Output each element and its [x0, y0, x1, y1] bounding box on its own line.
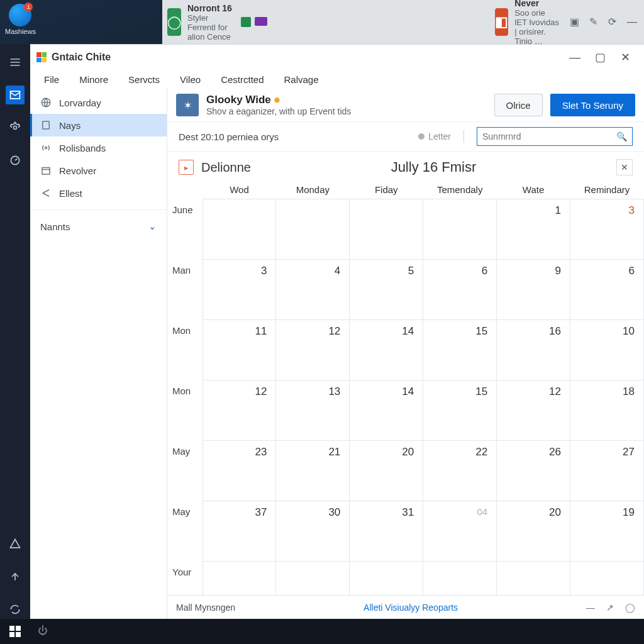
os-titlebar: ◯ Norront 16 Styler Ferrentl for alion C…: [162, 0, 644, 44]
calendar-cell[interactable]: 04: [423, 501, 497, 562]
window-close-button[interactable]: ✕: [613, 50, 638, 64]
dashboard-icon[interactable]: [6, 151, 25, 170]
row-header: June: [167, 199, 203, 260]
calendar-cell[interactable]: 6: [570, 260, 644, 320]
status-user-icon[interactable]: ◯: [625, 602, 635, 613]
ribbon-title: Glooky Wide: [206, 94, 271, 106]
calendar-cell[interactable]: 27: [570, 441, 644, 501]
calendar-cell[interactable]: 15: [423, 320, 497, 380]
menu-cestrctted[interactable]: Cestrctted: [212, 72, 272, 87]
calendar-cell[interactable]: [350, 199, 423, 260]
calendar-cell[interactable]: 5: [350, 260, 423, 320]
menu-servcts[interactable]: Servcts: [119, 72, 169, 87]
calendar-cell[interactable]: 1: [497, 199, 570, 260]
mail-icon[interactable]: [6, 86, 25, 104]
statusbar: Mall Mynsngen Alleti Visiualyy Reoparts …: [167, 595, 644, 619]
menu-ralvage[interactable]: Ralvage: [275, 72, 328, 87]
sidebar-item-revolver[interactable]: Revolver: [30, 159, 167, 182]
calendar-cell[interactable]: 26: [497, 441, 570, 501]
calendar-cell[interactable]: [203, 562, 276, 596]
menu-vileo[interactable]: Vileo: [171, 72, 209, 87]
titlebar-app-2[interactable]: ◧ Never Soo orie lET Ivovidas | orisirer…: [495, 0, 559, 46]
col-header: Fiday: [350, 180, 423, 199]
calendar-cell[interactable]: [350, 562, 423, 596]
calendar-cell[interactable]: 22: [423, 441, 497, 501]
svg-rect-5: [42, 168, 50, 175]
month-title: Jully 16 Fmisr: [258, 159, 609, 175]
calendar-cell[interactable]: 21: [276, 441, 350, 501]
refresh-icon[interactable]: ⟳: [604, 16, 619, 28]
search-input[interactable]: 🔍: [477, 127, 633, 146]
chevron-down-icon: ⌄: [148, 221, 157, 232]
calendar-cell[interactable]: 12: [276, 320, 350, 380]
col-header: Wate: [497, 180, 570, 199]
calendar-cell[interactable]: 12: [497, 380, 570, 441]
app-badge-icon: [255, 17, 267, 26]
power-icon[interactable]: ⏻: [38, 625, 50, 638]
sidebar-item-ellest[interactable]: Ellest: [30, 182, 167, 204]
calendar-cell[interactable]: 12: [203, 380, 276, 441]
sidebar-item-nays[interactable]: Nays: [30, 114, 167, 136]
calendar-cell[interactable]: 37: [203, 501, 276, 562]
calendar-cell[interactable]: 10: [570, 320, 644, 380]
calendar-cell[interactable]: 19: [570, 501, 644, 562]
menu-file[interactable]: File: [35, 72, 68, 87]
upload-icon[interactable]: [6, 567, 25, 586]
calendar-cell[interactable]: [276, 562, 350, 596]
calendar-cell[interactable]: 4: [276, 260, 350, 320]
menu-icon[interactable]: [6, 53, 25, 72]
window-minimize-button[interactable]: —: [562, 51, 587, 64]
os-minimize-button[interactable]: —: [627, 18, 636, 26]
calendar-cell[interactable]: 31: [350, 501, 423, 562]
status-left: Mall Mynsngen: [176, 602, 235, 613]
sidebar-section-nannts[interactable]: Nannts ⌄: [30, 215, 167, 238]
calendar-cell[interactable]: 20: [497, 501, 570, 562]
window-maximize-button[interactable]: ▢: [587, 50, 613, 64]
calendar-cell[interactable]: [203, 199, 276, 260]
calendar-cell[interactable]: 30: [276, 501, 350, 562]
calendar-cell[interactable]: 15: [423, 380, 497, 441]
calendar-cell[interactable]: 14: [350, 320, 423, 380]
calendar-cell[interactable]: 3: [570, 199, 644, 260]
calendar-cell[interactable]: [276, 199, 350, 260]
calendar-header: ▸ Delionne Jully 16 Fmisr ✕: [167, 152, 644, 180]
menu-minore[interactable]: Minore: [70, 72, 117, 87]
status-link[interactable]: Alleti Visiualyy Reoparts: [247, 602, 575, 613]
status-share-icon[interactable]: ↗: [606, 602, 614, 613]
olrice-button[interactable]: Olrice: [494, 94, 543, 116]
sidebar-item-lorvarday[interactable]: Lorvarday: [30, 91, 167, 114]
edit-icon[interactable]: ✎: [586, 16, 601, 28]
calendar-cell[interactable]: 6: [423, 260, 497, 320]
calendar-cell[interactable]: 3: [203, 260, 276, 320]
calendar-cell[interactable]: 14: [350, 380, 423, 441]
sidebar: Lorvarday Nays Rolisbands Revolver Elles…: [30, 89, 167, 619]
start-button[interactable]: [0, 619, 30, 644]
calendar-cell[interactable]: [570, 562, 644, 596]
row-header: Man: [167, 260, 203, 320]
calendar-cell[interactable]: 20: [350, 441, 423, 501]
calendar-cell[interactable]: 23: [203, 441, 276, 501]
titlebar-app-1[interactable]: ◯ Norront 16 Styler Ferrentl for alion C…: [167, 3, 233, 42]
row-header: Your: [167, 562, 203, 596]
close-panel-button[interactable]: ✕: [616, 159, 633, 175]
office-icon: ◧: [495, 8, 508, 36]
calendar-cell[interactable]: 13: [276, 380, 350, 441]
slet-to-seruny-button[interactable]: Slet To Seruny: [550, 94, 635, 116]
warning-icon[interactable]: [6, 535, 25, 553]
calendar-cell[interactable]: 9: [497, 260, 570, 320]
calendar-cell[interactable]: 11: [203, 320, 276, 380]
bookmark-icon[interactable]: ▣: [567, 16, 582, 28]
calendar-cell[interactable]: 18: [570, 380, 644, 441]
sidebar-item-rolisbands[interactable]: Rolisbands: [30, 136, 167, 159]
calendar-cell[interactable]: 16: [497, 320, 570, 380]
calendar-cell[interactable]: [423, 562, 497, 596]
settings-icon[interactable]: [6, 118, 25, 137]
sync-icon[interactable]: [6, 600, 25, 619]
calendar-cell[interactable]: [497, 562, 570, 596]
status-minimize-icon[interactable]: —: [586, 602, 595, 613]
calendar-cell[interactable]: [423, 199, 497, 260]
status-pill[interactable]: Letter: [418, 131, 451, 142]
ribbon: ✶ Glooky Wide✸ Shov a eaganizer, with up…: [167, 89, 644, 122]
desktop-shortcut[interactable]: 1 Mashiews: [5, 4, 36, 35]
col-header: Temendaly: [423, 180, 497, 199]
